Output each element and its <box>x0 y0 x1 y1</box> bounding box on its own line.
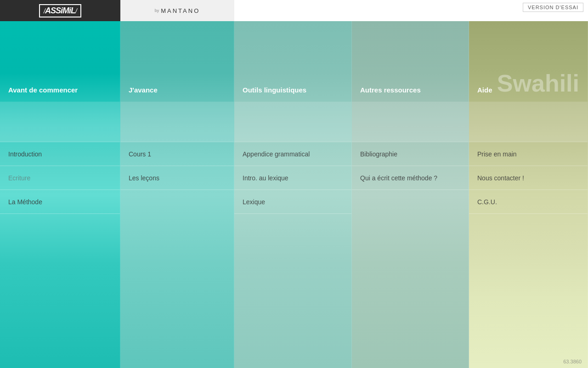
col4-items: Bibliographie Qui a écrit cette méthode … <box>352 142 469 368</box>
col5-title: Aide <box>477 86 492 94</box>
col5-item-cgu[interactable]: C.G.U. <box>469 190 588 214</box>
col5-item-contacter[interactable]: Nous contacter ! <box>469 166 588 190</box>
col2-items: Cours 1 Les leçons <box>120 142 234 368</box>
col2-item-cours1[interactable]: Cours 1 <box>120 142 234 166</box>
column-autres-ressources: Autres ressources Bibliographie Qui a éc… <box>352 21 469 368</box>
col1-item-introduction[interactable]: Introduction <box>0 142 120 166</box>
col1-item-ecriture[interactable]: Ecriture <box>0 166 120 190</box>
assimil-logo-area: /ASSiMiL/ <box>0 0 120 21</box>
column-javance: J'avance Cours 1 Les leçons <box>120 21 234 368</box>
assimil-logo-text: /ASSiMiL/ <box>44 6 77 15</box>
col1-thumbnail <box>0 102 120 142</box>
col5-header: Aide Swahili <box>469 21 588 102</box>
mantano-logo-area: by MANTANO <box>120 0 234 21</box>
main-content: Avant de commencer Introduction Ecriture… <box>0 21 588 368</box>
header-right-area: VERSION D'ESSAI <box>234 0 588 21</box>
version-number: 63.3860 <box>563 359 582 364</box>
mantano-by-text: by <box>155 8 159 13</box>
col5-items: Prise en main Nous contacter ! C.G.U. <box>469 142 588 368</box>
version-badge: VERSION D'ESSAI <box>523 3 583 12</box>
col4-item-bibliographie[interactable]: Bibliographie <box>352 142 469 166</box>
col3-item-introlexique[interactable]: Intro. au lexique <box>234 166 351 190</box>
col2-header: J'avance <box>120 21 234 102</box>
col3-thumbnail <box>234 102 351 142</box>
col3-item-appendice[interactable]: Appendice grammatical <box>234 142 351 166</box>
col1-item-methode[interactable]: La Méthode <box>0 190 120 214</box>
col4-header: Autres ressources <box>352 21 469 102</box>
col2-thumbnail <box>120 102 234 142</box>
col4-title: Autres ressources <box>360 86 421 94</box>
app-header: /ASSiMiL/ by MANTANO VERSION D'ESSAI <box>0 0 588 21</box>
col3-items: Appendice grammatical Intro. au lexique … <box>234 142 351 368</box>
col1-items: Introduction Ecriture La Méthode <box>0 142 120 368</box>
col4-thumbnail <box>352 102 469 142</box>
col5-item-prise-en-main[interactable]: Prise en main <box>469 142 588 166</box>
col3-header: Outils linguistiques <box>234 21 351 102</box>
column-outils: Outils linguistiques Appendice grammatic… <box>234 21 352 368</box>
col2-item-leslecons[interactable]: Les leçons <box>120 166 234 190</box>
col2-title: J'avance <box>129 86 158 94</box>
col3-item-lexique[interactable]: Lexique <box>234 190 351 214</box>
col5-thumbnail <box>469 102 588 142</box>
assimil-logo: /ASSiMiL/ <box>39 4 81 17</box>
col4-item-auteur[interactable]: Qui a écrit cette méthode ? <box>352 166 469 190</box>
col1-header: Avant de commencer <box>0 21 120 102</box>
column-aide: Aide Swahili Prise en main Nous contacte… <box>469 21 588 368</box>
column-avant-de-commencer: Avant de commencer Introduction Ecriture… <box>0 21 120 368</box>
language-title: Swahili <box>497 71 579 95</box>
col3-title: Outils linguistiques <box>243 86 306 94</box>
col1-title: Avant de commencer <box>8 86 78 94</box>
mantano-label: MANTANO <box>161 7 200 14</box>
